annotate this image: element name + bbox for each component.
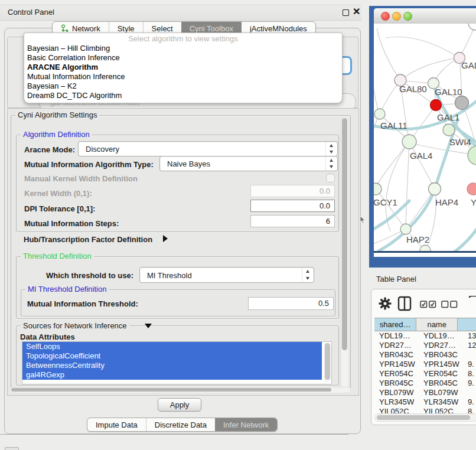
algorithm-option[interactable]: Mutual Information Inference — [27, 72, 125, 81]
aracne-mode-combo[interactable]: Discovery — [78, 141, 338, 156]
minimize-traffic-light-icon[interactable] — [392, 12, 401, 21]
table-horizontal-scrollbar-thumb[interactable] — [377, 415, 470, 420]
expand-right-icon[interactable] — [163, 235, 168, 242]
export-table-icon[interactable] — [468, 296, 476, 311]
node-label: HAP4 — [435, 197, 458, 207]
which-threshold-label: Which threshold to use: — [46, 271, 133, 280]
tab-label: Cyni Toolbox — [190, 24, 233, 33]
node-label: GAL1 — [437, 112, 459, 122]
mi-type-label: Mutual Information Algorithm Type: — [24, 160, 154, 169]
float-window-icon[interactable] — [343, 9, 349, 16]
which-threshold-value: MI Threshold — [147, 270, 192, 279]
data-attributes-list[interactable]: SelfLoops TopologicalCoefficient Between… — [22, 341, 332, 384]
aracne-mode-value: Discovery — [86, 145, 119, 154]
mi-steps-input[interactable]: 6 — [250, 215, 335, 227]
table-row[interactable]: YPR145WYPR145W9. — [374, 360, 476, 369]
mi-threshold-group-title: MI Threshold Definition — [25, 285, 109, 294]
column-header-partial[interactable] — [458, 318, 476, 331]
node-label: GAL11 — [380, 120, 407, 131]
zoom-traffic-light-icon[interactable] — [403, 12, 412, 21]
attribute-item[interactable]: TopologicalCoefficient — [22, 351, 322, 361]
control-panel-titlebar: Control Panel ✕ — [0, 5, 361, 21]
table-row[interactable]: YER054CYER054C8. — [374, 369, 476, 379]
tab-infer-network[interactable]: Infer Network — [215, 418, 277, 431]
manual-kernel-checkbox[interactable] — [326, 174, 335, 182]
close-traffic-light-icon[interactable] — [381, 12, 390, 21]
threshold-definition-title: Threshold Definition — [21, 252, 94, 260]
node-label: GAL — [461, 60, 476, 70]
settings-horizontal-scrollbar-thumb[interactable] — [11, 388, 331, 392]
attributes-scrollbar-thumb[interactable] — [325, 343, 330, 380]
attribute-item[interactable]: gal4RGexp — [22, 370, 322, 380]
network-view-window: GAL GAL80 GAL10 GAL1 GAL11 SWI4 GAL4 GCY… — [369, 6, 476, 268]
desktop: Control Panel ✕ Network Style Select Cyn… — [0, 0, 476, 450]
network-window-titlebar[interactable] — [374, 8, 476, 24]
tab-label: Discretize Data — [155, 420, 207, 429]
settings-vertical-scrollbar[interactable] — [341, 116, 349, 389]
table-row[interactable]: YDR27…YDR27…12 — [374, 341, 476, 350]
algorithm-option[interactable]: Dream8 DC_TDC Algorithm — [27, 91, 122, 100]
gear-icon[interactable] — [379, 297, 392, 310]
show-columns-icon[interactable] — [420, 301, 436, 308]
table-panel-title: Table Panel — [376, 275, 416, 283]
stepper-icon — [325, 142, 337, 156]
kernel-width-input[interactable]: 0.0 — [250, 185, 335, 197]
algorithm-dropdown-popup: Select algorithm to view settings Bayesi… — [24, 32, 343, 103]
hub-definition-label[interactable]: Hub/Transcription Factor Definition — [24, 235, 152, 244]
network-window-content: GAL GAL80 GAL10 GAL1 GAL11 SWI4 GAL4 GCY… — [374, 8, 476, 257]
manual-kernel-label: Manual Kernel Width Definition — [24, 174, 138, 183]
tab-discretize-data[interactable]: Discretize Data — [146, 418, 215, 431]
algorithm-option[interactable]: Bayesian – K2 — [27, 81, 77, 90]
apply-button[interactable]: Apply — [158, 398, 201, 412]
table-row[interactable]: YLR345WYLR345W9. — [374, 397, 476, 407]
table-panel-card: shared… name YDL19…YDL19…13 YDR27…YDR27…… — [371, 289, 476, 425]
table-row[interactable]: YBR045CYBR045C9. — [374, 379, 476, 388]
table-body[interactable]: YDL19…YDL19…13 YDR27…YDR27…12 YBR043CYBR… — [374, 331, 476, 414]
cyni-settings-title: Cyni Algorithm Settings — [15, 110, 99, 119]
mi-type-combo[interactable]: Naive Bayes — [159, 156, 338, 171]
column-header-shared-name[interactable]: shared… — [374, 318, 416, 331]
attributes-scrollbar[interactable] — [324, 343, 331, 382]
data-attributes-label: Data Attributes — [20, 332, 75, 341]
tab-impute-data[interactable]: Impute Data — [87, 418, 146, 431]
dpi-tolerance-label: DPI Tolerance [0,1]: — [24, 204, 95, 213]
algorithm-option-selected[interactable]: ARACNE Algorithm — [27, 63, 98, 71]
algorithm-option[interactable]: Bayesian – Hill Climbing — [27, 44, 110, 53]
algorithm-definition-title: Algorithm Definition — [21, 130, 92, 139]
which-threshold-combo[interactable]: MI Threshold — [139, 267, 314, 283]
mi-threshold-label: Mutual Information Threshold: — [27, 299, 138, 308]
column-header-name[interactable]: name — [416, 318, 458, 331]
settings-vertical-scrollbar-thumb[interactable] — [342, 118, 347, 350]
mi-threshold-input[interactable]: 0.5 — [248, 297, 334, 310]
collapse-down-icon[interactable] — [145, 324, 152, 328]
sources-title: Sources for Network Inference — [21, 321, 129, 330]
network-icon — [61, 24, 69, 32]
bottom-left-widget[interactable] — [5, 447, 19, 450]
tab-label: Select — [152, 24, 173, 33]
table-horizontal-scrollbar[interactable] — [374, 413, 476, 422]
node-label: HAP2 — [406, 234, 429, 244]
tab-label: Style — [118, 24, 135, 33]
table-row[interactable]: YBR043CYBR043C — [374, 350, 476, 360]
tab-label: Impute Data — [96, 420, 138, 429]
table-header-row: shared… name — [374, 318, 476, 331]
algorithm-popup-placeholder: Select algorithm to view settings — [24, 34, 342, 43]
tab-label: Network — [72, 24, 100, 33]
stepper-icon — [302, 268, 314, 282]
split-panel-icon[interactable] — [397, 296, 412, 311]
close-icon[interactable]: ✕ — [353, 6, 360, 17]
algorithm-option[interactable]: Basic Correlation Inference — [27, 53, 120, 62]
mi-type-value: Naive Bayes — [167, 159, 210, 168]
table-row[interactable]: YBL079WYBL079W — [374, 388, 476, 397]
tab-label: jActiveMNodules — [250, 24, 307, 33]
settings-horizontal-scrollbar[interactable] — [9, 387, 351, 393]
node-label: GAL10 — [435, 87, 462, 97]
table-row[interactable]: YDL19…YDL19…13 — [374, 331, 476, 341]
control-panel-title: Control Panel — [8, 8, 54, 17]
hide-columns-icon[interactable] — [441, 301, 458, 308]
node-label: GAL80 — [399, 84, 427, 94]
attribute-item[interactable]: BetweennessCentrality — [22, 361, 322, 370]
network-canvas[interactable]: GAL GAL80 GAL10 GAL1 GAL11 SWI4 GAL4 GCY… — [374, 24, 476, 251]
dpi-tolerance-input[interactable]: 0.0 — [250, 200, 335, 212]
attribute-item[interactable]: SelfLoops — [22, 342, 322, 351]
